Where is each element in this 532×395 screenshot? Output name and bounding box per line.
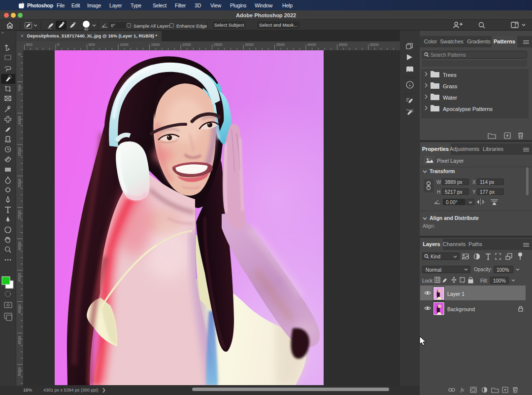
svg-text:Trees: Trees: [443, 72, 457, 78]
svg-text:2000: 2000: [182, 42, 191, 47]
svg-text:2500: 2500: [17, 210, 22, 219]
svg-text:0: 0: [57, 42, 60, 47]
svg-text:3500: 3500: [17, 273, 22, 282]
svg-text:0: 0: [17, 53, 22, 55]
svg-text:2500: 2500: [214, 42, 223, 47]
svg-text:Grass: Grass: [443, 83, 458, 89]
svg-text:1000: 1000: [120, 42, 129, 47]
svg-text:4000: 4000: [307, 42, 316, 47]
svg-text:500: 500: [89, 42, 96, 47]
svg-text:4500: 4500: [17, 336, 22, 345]
svg-text:2000: 2000: [17, 179, 22, 187]
svg-text:5000: 5000: [370, 42, 379, 47]
svg-text:fx: fx: [461, 387, 465, 393]
svg-text:3500: 3500: [276, 42, 285, 47]
svg-text:5000: 5000: [17, 367, 22, 376]
svg-text:500: 500: [26, 42, 33, 47]
svg-text:1000: 1000: [17, 116, 22, 125]
svg-text:4500: 4500: [339, 42, 348, 47]
svg-text:1500: 1500: [151, 42, 160, 47]
svg-text:500: 500: [17, 84, 22, 91]
svg-text:1500: 1500: [17, 147, 22, 156]
svg-text:3000: 3000: [245, 42, 254, 47]
svg-text:Apocalypse Patterns: Apocalypse Patterns: [443, 106, 493, 112]
svg-text:Water: Water: [443, 95, 457, 101]
svg-text:3000: 3000: [17, 242, 22, 251]
svg-text:4000: 4000: [17, 304, 22, 313]
